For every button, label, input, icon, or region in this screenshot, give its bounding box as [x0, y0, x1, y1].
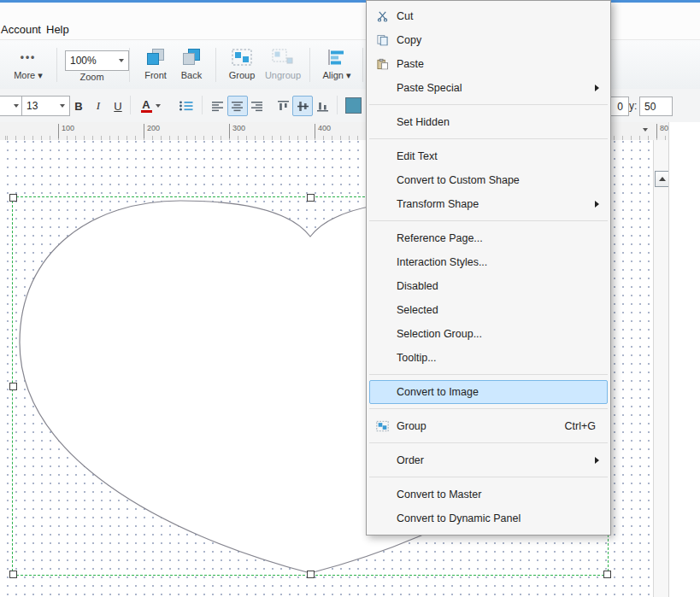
ruler-options-icon[interactable] [643, 128, 648, 132]
font-color-bar [141, 110, 152, 113]
selection-handle-se[interactable] [603, 571, 611, 578]
selection-handle-w[interactable] [9, 383, 17, 390]
toolbar-separator [362, 48, 363, 82]
y-coordinate-input[interactable]: 50 [639, 97, 673, 116]
menu-item-interaction-styles[interactable]: Interaction Styles... [369, 250, 608, 274]
menu-item-label: Reference Page... [397, 232, 483, 244]
menu-item-cut[interactable]: Cut [369, 4, 608, 28]
ruler-label: 200 [144, 124, 160, 138]
underline-button[interactable]: U [108, 96, 128, 116]
menu-separator [369, 408, 608, 409]
scissors-icon [374, 11, 391, 22]
menu-item-set-hidden[interactable]: Set Hidden [369, 110, 608, 134]
group-button-label: Group [222, 70, 262, 80]
valign-top-button[interactable] [273, 96, 293, 116]
more-button[interactable]: ••• More ▾ [7, 45, 50, 85]
menu-item-convert-to-image[interactable]: Convert to Image [369, 380, 608, 404]
valign-bottom-button[interactable] [312, 96, 332, 116]
chevron-down-icon [119, 59, 124, 62]
menu-separator [369, 220, 608, 221]
group-icon [222, 45, 262, 69]
menu-item-label: Paste Special [397, 82, 462, 94]
submenu-arrow-icon [595, 201, 599, 208]
menu-item-label: Paste [397, 58, 424, 70]
group-icon [374, 421, 391, 432]
valign-top-icon [278, 101, 289, 112]
font-color-letter: A [142, 99, 150, 110]
selection-handle-n[interactable] [307, 194, 315, 202]
menu-item-selected[interactable]: Selected [369, 298, 608, 322]
right-panel-edge [668, 122, 700, 597]
menu-item-paste[interactable]: Paste [369, 52, 608, 76]
menu-item-reference-page[interactable]: Reference Page... [369, 226, 608, 250]
valign-middle-button[interactable] [292, 96, 313, 116]
menu-item-transform-shape[interactable]: Transform Shape [369, 192, 608, 216]
menu-item-order[interactable]: Order [369, 448, 608, 472]
ruler-label: 800 [656, 124, 668, 138]
font-size-value: 13 [26, 100, 38, 112]
context-menu: Cut Copy Paste Paste Special Set Hidden … [366, 0, 611, 536]
menu-item-label: Convert to Master [397, 489, 481, 500]
group-button[interactable]: Group [222, 45, 262, 85]
font-combobox[interactable] [0, 96, 24, 116]
front-button[interactable]: Front [138, 45, 174, 85]
menu-item-selection-group[interactable]: Selection Group... [369, 322, 608, 346]
selection-handle-nw[interactable] [9, 194, 17, 202]
bold-button[interactable]: B [68, 96, 89, 116]
align-left-button[interactable] [208, 96, 228, 116]
ungroup-icon [262, 45, 304, 69]
valign-bottom-icon [317, 101, 328, 112]
bullet-list-button[interactable] [174, 96, 197, 116]
align-center-icon [232, 101, 244, 112]
menu-item-label: Tooltip... [397, 352, 437, 364]
menu-item-edit-text[interactable]: Edit Text [369, 144, 608, 168]
align-button[interactable]: Align ▾ [318, 45, 356, 85]
menu-item-tooltip[interactable]: Tooltip... [369, 346, 608, 370]
menu-separator [369, 442, 608, 443]
chevron-down-icon [156, 104, 161, 108]
align-right-button[interactable] [247, 96, 268, 116]
menu-item-group[interactable]: Group Ctrl+G [369, 414, 608, 438]
menu-item-label: Transform Shape [397, 198, 479, 210]
more-dots-icon: ••• [7, 45, 50, 69]
menu-item-disabled[interactable]: Disabled [369, 274, 608, 298]
menu-item-label: Selection Group... [397, 328, 482, 340]
scroll-up-button[interactable] [655, 171, 669, 187]
fill-color-swatch[interactable] [345, 97, 362, 114]
y-coordinate-label: y: [629, 100, 637, 112]
menu-help[interactable]: Help [46, 23, 69, 36]
back-button[interactable]: Back [174, 45, 209, 85]
menu-item-label: Convert to Custom Shape [397, 174, 520, 186]
menu-item-label: Interaction Styles... [397, 256, 487, 268]
align-icon [318, 45, 356, 69]
menu-item-convert-to-custom-shape[interactable]: Convert to Custom Shape [369, 168, 608, 192]
copy-icon [374, 35, 391, 46]
font-color-button[interactable]: A [135, 96, 166, 116]
align-right-icon [251, 101, 263, 112]
zoom-value: 100% [70, 55, 97, 67]
font-size-combobox[interactable]: 13 [21, 96, 70, 116]
back-button-label: Back [174, 70, 209, 80]
menu-separator [369, 138, 608, 139]
bring-to-front-icon [138, 45, 174, 69]
menu-separator [369, 477, 608, 477]
italic-button[interactable]: I [88, 96, 109, 116]
menu-item-label: Convert to Image [397, 386, 479, 398]
submenu-arrow-icon [595, 85, 599, 91]
selection-handle-sw[interactable] [9, 571, 17, 578]
submenu-arrow-icon [595, 457, 599, 464]
menu-item-label: Disabled [397, 280, 438, 292]
menu-item-copy[interactable]: Copy [369, 28, 608, 52]
menu-item-convert-to-dynamic-panel[interactable]: Convert to Dynamic Panel [369, 506, 608, 530]
zoom-combobox[interactable]: 100% [65, 50, 129, 71]
menu-item-paste-special[interactable]: Paste Special [369, 76, 608, 100]
toolbar-separator [215, 48, 216, 82]
menu-account[interactable]: Account [1, 23, 41, 36]
vertical-scrollbar[interactable] [653, 140, 669, 597]
align-center-button[interactable] [227, 96, 248, 116]
bullet-list-icon [179, 100, 193, 112]
front-button-label: Front [138, 70, 174, 80]
selection-handle-s[interactable] [307, 571, 315, 578]
menu-item-convert-to-master[interactable]: Convert to Master [369, 483, 608, 506]
ungroup-button[interactable]: Ungroup [262, 45, 304, 85]
